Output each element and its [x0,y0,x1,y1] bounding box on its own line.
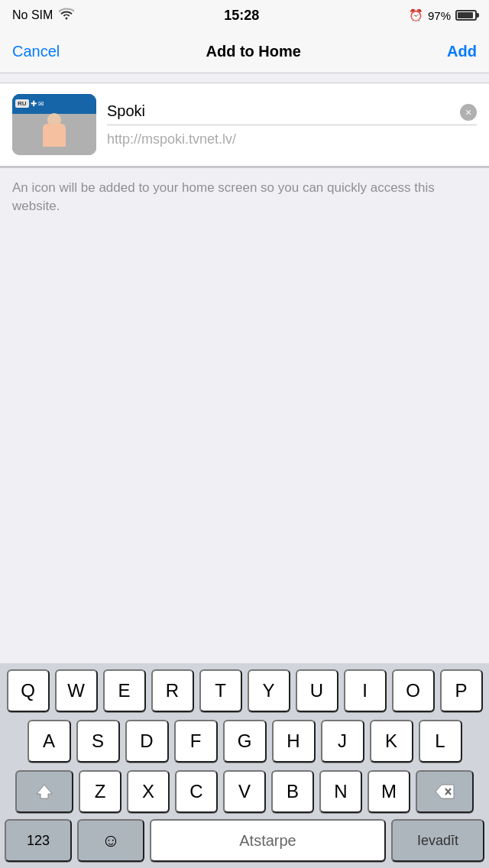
key-y[interactable]: Y [248,669,290,712]
info-section: An icon will be added to your home scree… [0,167,489,231]
key-z[interactable]: Z [79,770,121,813]
delete-button[interactable] [416,770,474,813]
keyboard-row-3: Z X C V B N M [0,764,489,815]
key-e[interactable]: E [103,669,146,712]
key-b[interactable]: B [271,770,314,813]
clear-button[interactable]: × [460,104,477,121]
battery-icon [455,10,477,21]
key-x[interactable]: X [127,770,170,813]
carrier-text: No SIM [12,8,53,22]
key-r[interactable]: R [151,669,194,712]
page-title: Add to Home [206,43,300,60]
key-w[interactable]: W [55,669,98,712]
return-button[interactable]: Ievadīt [391,819,484,862]
name-input-area: × http://mspoki.tvnet.lv/ [107,102,477,147]
key-n[interactable]: N [319,770,362,813]
add-button[interactable]: Add [447,43,477,60]
key-numbers[interactable]: 123 [5,819,72,862]
cancel-button[interactable]: Cancel [12,43,60,60]
site-name-input[interactable] [107,102,477,125]
alarm-icon: ⏰ [409,8,423,22]
delete-icon [434,783,455,800]
mail-icon: ✉ [38,100,44,108]
key-f[interactable]: F [174,720,218,763]
status-time: 15:28 [224,8,259,24]
key-m[interactable]: M [368,770,410,813]
key-o[interactable]: O [392,669,435,712]
top-spacer [0,73,489,83]
status-left: No SIM [12,8,74,23]
key-i[interactable]: I [344,669,387,712]
battery-percent: 97% [428,9,451,22]
shift-icon [35,783,53,800]
key-k[interactable]: K [370,720,413,763]
key-u[interactable]: U [296,669,338,712]
site-icon: RU ✚ ✉ [12,94,96,155]
shift-button[interactable] [15,770,73,813]
key-d[interactable]: D [125,720,169,763]
content-card: RU ✚ ✉ × http://mspoki.tvnet.lv/ [0,83,489,167]
ru-badge: RU [15,99,29,108]
status-right: ⏰ 97% [409,8,477,22]
info-text: An icon will be added to your home scree… [12,179,477,215]
key-q[interactable]: Q [7,669,50,712]
key-t[interactable]: T [199,669,242,712]
keyboard-row-1: Q W E R T Y U I O P [0,663,489,714]
key-c[interactable]: C [175,770,218,813]
keyboard: Q W E R T Y U I O P A S D F G H J K L Z … [0,663,489,868]
plus-icon: ✚ [31,99,37,108]
svg-marker-0 [37,785,52,798]
key-l[interactable]: L [419,720,462,763]
site-url: http://mspoki.tvnet.lv/ [107,131,477,147]
keyboard-row-bottom: 123 ☺ Atstarpe Ievadīt [0,815,489,868]
wifi-icon [59,8,74,23]
figure-icon [39,113,70,155]
key-a[interactable]: A [28,720,71,763]
space-button[interactable]: Atstarpe [150,819,386,862]
icon-input-row: RU ✚ ✉ × http://mspoki.tvnet.lv/ [0,83,489,167]
emoji-icon: ☺ [102,830,121,851]
keyboard-row-2: A S D F G H J K L [0,714,489,764]
nav-bar: Cancel Add to Home Add [0,31,489,73]
key-p[interactable]: P [440,669,483,712]
key-g[interactable]: G [223,720,267,763]
key-j[interactable]: J [321,720,364,763]
key-emoji[interactable]: ☺ [77,819,144,862]
key-v[interactable]: V [223,770,266,813]
key-h[interactable]: H [272,720,316,763]
key-s[interactable]: S [76,720,120,763]
status-bar: No SIM 15:28 ⏰ 97% [0,0,489,31]
